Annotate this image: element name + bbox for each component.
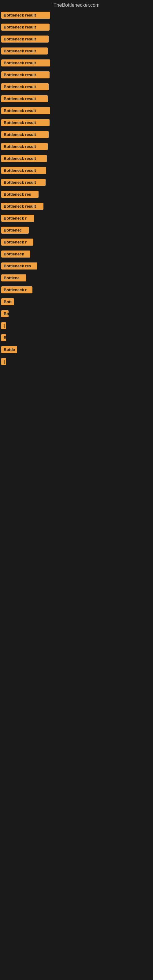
list-item: Bottleneck result bbox=[0, 33, 153, 45]
list-item: B bbox=[0, 332, 153, 344]
list-item: Bottleneck result bbox=[0, 200, 153, 212]
list-item: | bbox=[0, 320, 153, 332]
list-item: Bottleneck result bbox=[0, 21, 153, 33]
list-item: Bott bbox=[0, 296, 153, 308]
bottleneck-result-badge[interactable]: Bottleneck result bbox=[1, 155, 47, 162]
list-item: Bottleneck result bbox=[0, 45, 153, 57]
list-item: Bottleneck result bbox=[0, 117, 153, 129]
bottleneck-result-badge[interactable]: Bottleneck result bbox=[1, 59, 50, 67]
bottleneck-result-badge[interactable]: Bottleneck result bbox=[1, 48, 48, 54]
bottleneck-result-badge[interactable]: | bbox=[1, 322, 6, 329]
bottleneck-result-badge[interactable]: | bbox=[1, 358, 6, 365]
list-item: | bbox=[0, 356, 153, 368]
bottleneck-result-badge[interactable]: Bottlene bbox=[1, 274, 26, 282]
bottleneck-result-badge[interactable]: Bottleneck r bbox=[1, 286, 32, 293]
bottleneck-result-badge[interactable]: B bbox=[1, 334, 6, 341]
bottleneck-result-badge[interactable]: Bottleneck result bbox=[1, 107, 50, 114]
list-item: Bottleneck bbox=[0, 248, 153, 260]
bottleneck-result-badge[interactable]: Bottleneck result bbox=[1, 167, 46, 174]
list-item: Bottleneck result bbox=[0, 57, 153, 69]
list-item: Bottleneck r bbox=[0, 236, 153, 248]
list-item: Bottleneck result bbox=[0, 140, 153, 153]
list-item: Bottle bbox=[0, 344, 153, 356]
bottleneck-result-badge[interactable]: Bottleneck res bbox=[1, 191, 38, 198]
bottleneck-result-badge[interactable]: Bottleneck r bbox=[1, 239, 33, 246]
bottleneck-result-badge[interactable]: Bottleneck result bbox=[1, 72, 49, 78]
bottleneck-result-badge[interactable]: Bottleneck result bbox=[1, 83, 49, 90]
bottleneck-result-badge[interactable]: Bottleneck result bbox=[1, 24, 49, 30]
list-item: Bottleneck result bbox=[0, 177, 153, 188]
bottleneck-result-badge[interactable]: Bottleneck result bbox=[1, 35, 49, 43]
bottleneck-result-badge[interactable]: Bottleneck r bbox=[1, 215, 34, 222]
bottleneck-result-badge[interactable]: Bottleneck bbox=[1, 250, 30, 258]
list-item: Bottleneck result bbox=[0, 164, 153, 177]
bottleneck-result-badge[interactable]: Bottlenec bbox=[1, 227, 29, 234]
list-item: Bottlene bbox=[0, 272, 153, 284]
bottleneck-result-badge[interactable]: Bottleneck result bbox=[1, 119, 49, 126]
list-item: Bottleneck result bbox=[0, 81, 153, 93]
list-item: Bottleneck r bbox=[0, 284, 153, 296]
bottleneck-result-badge[interactable]: Bottle bbox=[1, 346, 17, 353]
bottleneck-result-badge[interactable]: Bottleneck result bbox=[1, 179, 46, 186]
list-item: Bottleneck result bbox=[0, 93, 153, 105]
list-item: Bottlenec bbox=[0, 224, 153, 236]
bottleneck-result-badge[interactable]: Bottleneck result bbox=[1, 12, 50, 19]
bottleneck-result-badge[interactable]: Bottleneck result bbox=[1, 131, 49, 138]
list-item: Bottleneck result bbox=[0, 105, 153, 117]
list-item: Bottleneck result bbox=[0, 129, 153, 140]
bottleneck-result-badge[interactable]: Bottleneck result bbox=[1, 95, 48, 102]
bottleneck-result-badge[interactable]: Bottleneck result bbox=[1, 143, 48, 150]
list-item: Bottleneck result bbox=[0, 153, 153, 164]
list-item: Bottleneck result bbox=[0, 9, 153, 21]
list-item: Bottleneck r bbox=[0, 212, 153, 224]
bottleneck-result-badge[interactable]: Bott bbox=[1, 298, 14, 305]
list-item: Bottleneck res bbox=[0, 260, 153, 272]
bottleneck-result-badge[interactable]: Bottleneck result bbox=[1, 203, 43, 210]
bottleneck-result-badge[interactable]: Bo bbox=[1, 310, 9, 317]
list-item: Bo bbox=[0, 308, 153, 320]
bottleneck-result-badge[interactable]: Bottleneck res bbox=[1, 262, 37, 269]
list-item: Bottleneck res bbox=[0, 188, 153, 200]
list-item: Bottleneck result bbox=[0, 69, 153, 81]
site-title: TheBottlenecker.com bbox=[0, 0, 153, 9]
